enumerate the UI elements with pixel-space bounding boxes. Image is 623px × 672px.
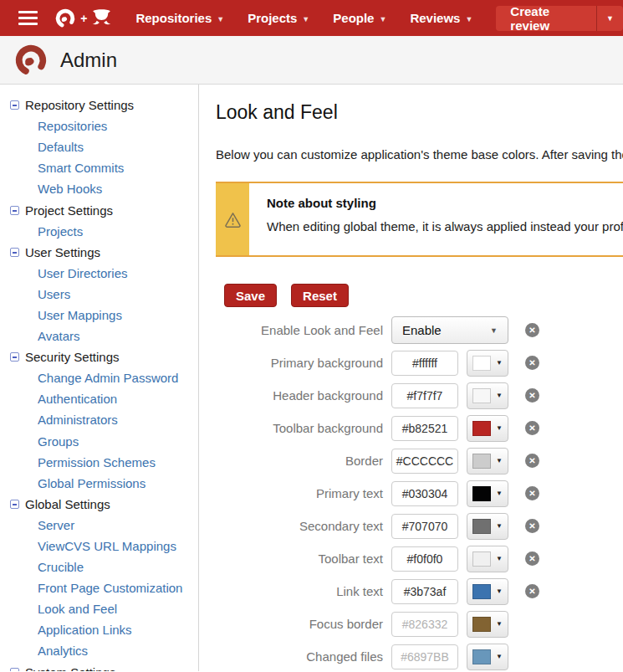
hex-color-input[interactable] [391, 351, 458, 376]
chevron-down-icon: ▼ [302, 15, 309, 23]
fisheye-logo-icon [54, 8, 76, 29]
clear-icon[interactable]: ✕ [525, 584, 539, 598]
note-title: Note about styling [267, 196, 623, 210]
sidebar-item[interactable]: User Mappings [0, 305, 198, 326]
sidebar-item[interactable]: User Directories [0, 263, 198, 284]
sidebar-item[interactable]: Authentication [0, 388, 198, 409]
nav-menu-item[interactable]: Projects ▼ [236, 0, 321, 36]
note-body: Note about styling When editing global t… [249, 183, 623, 255]
chevron-down-icon: ▼ [496, 653, 503, 660]
clear-icon[interactable]: ✕ [525, 421, 539, 435]
field-label: Link text [216, 584, 383, 598]
chevron-down-icon[interactable]: ▼ [597, 14, 623, 23]
sidebar-item[interactable]: Avatars [0, 326, 198, 346]
collapse-icon[interactable] [10, 352, 19, 362]
collapse-icon[interactable] [10, 668, 19, 671]
enable-row: Enable Look and Feel Enable ▼ ✕ [216, 314, 623, 346]
sidebar-section[interactable]: User Settings [0, 242, 198, 263]
clear-icon[interactable]: ✕ [525, 356, 539, 370]
nav-menu-item[interactable]: Reviews ▼ [398, 0, 484, 36]
sidebar-item[interactable]: Administrators [0, 409, 198, 430]
sidebar-item[interactable]: Users [0, 284, 198, 305]
sidebar-item[interactable]: Smart Commits [0, 157, 198, 178]
color-setting-row: Primary background ▼ ✕ [216, 346, 623, 379]
chevron-down-icon: ▼ [496, 490, 503, 497]
sidebar-item[interactable]: Crucible [0, 557, 198, 577]
color-swatch-dropdown[interactable]: ▼ [467, 546, 508, 572]
hex-color-input[interactable] [391, 481, 458, 506]
nav-menu-item[interactable]: People ▼ [321, 0, 398, 36]
color-swatch-dropdown[interactable]: ▼ [467, 644, 508, 670]
sidebar-item[interactable]: Analytics [0, 640, 198, 661]
sidebar-item[interactable]: Groups [0, 431, 198, 452]
color-swatch-dropdown[interactable]: ▼ [467, 513, 508, 540]
sidebar-item[interactable]: Front Page Customization [0, 577, 198, 598]
plus-icon: + [80, 12, 87, 25]
sidebar-section[interactable]: Security Settings [0, 346, 198, 367]
clear-icon[interactable]: ✕ [525, 388, 539, 403]
field-label: Primary background [216, 356, 383, 370]
sidebar-item[interactable]: Permission Schemes [0, 452, 198, 473]
sidebar-item[interactable]: Projects [0, 221, 198, 242]
color-swatch-dropdown[interactable]: ▼ [467, 415, 508, 442]
clear-icon[interactable]: ✕ [525, 486, 539, 500]
sidebar-section[interactable]: Global Settings [0, 494, 198, 515]
color-setting-row: Secondary text ▼ ✕ [216, 510, 623, 542]
color-swatch [472, 388, 491, 403]
sidebar-item[interactable]: Defaults [0, 136, 198, 157]
create-review-button[interactable]: Create review ▼ [496, 6, 623, 31]
color-swatch-dropdown[interactable]: ▼ [467, 350, 508, 377]
reset-button[interactable]: Reset [291, 284, 349, 307]
collapse-icon[interactable] [10, 248, 19, 257]
hex-color-input[interactable] [391, 612, 458, 637]
color-setting-row: Toolbar text ▼ ✕ [216, 542, 623, 575]
sidebar-section[interactable]: System Settings [0, 662, 198, 671]
admin-header: Admin [0, 36, 623, 85]
field-label: Focus border [216, 617, 383, 631]
field-label: Toolbar background [216, 421, 383, 435]
sidebar-item[interactable]: Application Links [0, 619, 198, 640]
sidebar-item[interactable]: Web Hooks [0, 178, 198, 199]
color-setting-row: Primary text ▼ ✕ [216, 477, 623, 510]
crucible-logo-icon [91, 8, 112, 28]
nav-menu-item[interactable]: Repositories ▼ [124, 0, 236, 36]
chevron-down-icon: ▼ [490, 326, 498, 335]
sidebar-item[interactable]: ViewCVS URL Mappings [0, 536, 198, 557]
page-section-title: Admin [60, 49, 117, 72]
chevron-down-icon: ▼ [496, 555, 503, 562]
color-swatch-dropdown[interactable]: ▼ [467, 480, 508, 507]
color-swatch-dropdown[interactable]: ▼ [467, 578, 508, 605]
sidebar-item[interactable]: Server [0, 515, 198, 536]
color-swatch-dropdown[interactable]: ▼ [467, 611, 508, 638]
clear-icon[interactable]: ✕ [525, 519, 539, 533]
warning-strip [216, 183, 249, 255]
hex-color-input[interactable] [391, 449, 458, 474]
clear-icon[interactable]: ✕ [525, 551, 539, 566]
app-logo[interactable]: + [54, 8, 112, 29]
collapse-icon[interactable] [10, 500, 19, 509]
color-swatch-dropdown[interactable]: ▼ [467, 448, 508, 475]
color-swatch [472, 551, 491, 567]
sidebar-item[interactable]: Change Admin Password [0, 367, 198, 388]
clear-icon[interactable]: ✕ [525, 323, 539, 337]
sidebar-section[interactable]: Project Settings [0, 199, 198, 220]
hamburger-menu-icon[interactable] [18, 8, 38, 28]
sidebar-item[interactable]: Look and Feel [0, 598, 198, 619]
hex-color-input[interactable] [391, 514, 458, 539]
collapse-icon[interactable] [10, 100, 19, 110]
color-swatch-dropdown[interactable]: ▼ [467, 382, 508, 409]
save-button[interactable]: Save [224, 284, 277, 307]
clear-icon[interactable]: ✕ [525, 454, 539, 468]
hex-color-input[interactable] [391, 383, 458, 408]
hex-color-input[interactable] [391, 644, 458, 669]
color-swatch [472, 584, 491, 599]
fisheye-admin-logo-icon [13, 43, 49, 78]
hex-color-input[interactable] [391, 416, 458, 441]
sidebar-section[interactable]: Repository Settings [0, 95, 198, 115]
sidebar-item[interactable]: Repositories [0, 115, 198, 136]
sidebar-item[interactable]: Global Permissions [0, 473, 198, 494]
hex-color-input[interactable] [391, 579, 458, 604]
hex-color-input[interactable] [391, 546, 458, 572]
enable-select[interactable]: Enable ▼ [391, 316, 508, 344]
collapse-icon[interactable] [10, 206, 19, 215]
